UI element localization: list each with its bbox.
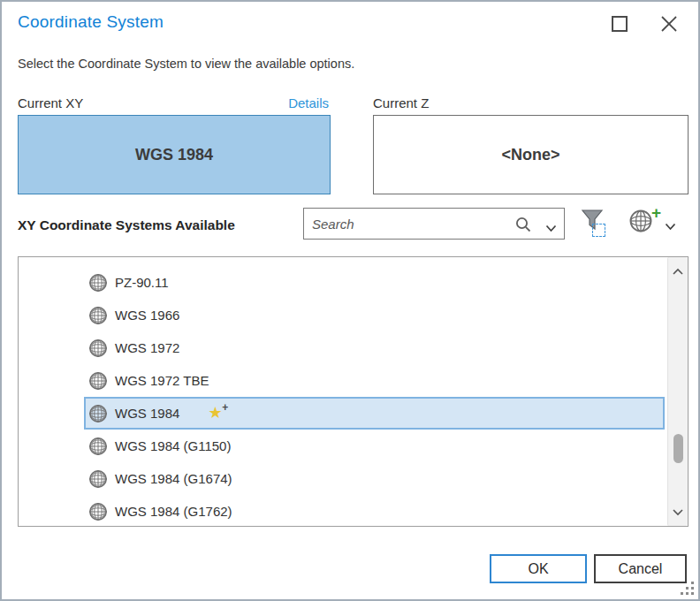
globe-icon: [88, 437, 108, 456]
dialog-title: Coordinate System: [18, 12, 164, 32]
chevron-down-icon[interactable]: [545, 220, 557, 236]
list-item[interactable]: WGS 1984 (G1150): [84, 430, 665, 462]
current-z-value-box: <None>: [373, 115, 689, 194]
current-z-value: <None>: [501, 146, 559, 164]
plus-icon: +: [651, 204, 661, 221]
search-icon: [514, 216, 532, 237]
ok-button[interactable]: OK: [490, 554, 587, 583]
globe-icon: [88, 273, 108, 293]
globe-icon: [88, 404, 108, 423]
coordinate-system-dialog: Coordinate System Select the Coordinate …: [0, 0, 700, 601]
vertical-scrollbar[interactable]: [667, 257, 688, 526]
globe-icon: [88, 502, 108, 521]
maximize-icon[interactable]: [612, 16, 628, 32]
current-xy-value-box: WGS 1984: [18, 115, 331, 194]
add-coordinate-system-button[interactable]: +: [628, 208, 659, 240]
add-coordinate-system-globe-icon: [628, 222, 654, 237]
details-link[interactable]: Details: [283, 95, 329, 110]
favorite-star-icon: [208, 404, 227, 423]
scroll-down-icon[interactable]: [672, 504, 684, 520]
close-icon[interactable]: [659, 14, 679, 34]
globe-icon: [88, 306, 108, 325]
cancel-button[interactable]: Cancel: [594, 554, 687, 583]
list-item[interactable]: WGS 1972: [84, 331, 665, 364]
list-item-label: WGS 1984 (G1762): [115, 504, 232, 519]
scroll-up-icon[interactable]: [672, 263, 684, 279]
dialog-instruction: Select the Coordinate System to view the…: [18, 57, 354, 71]
resize-grip[interactable]: [677, 578, 695, 596]
filter-selection-box-icon: [592, 224, 605, 237]
globe-icon: [88, 371, 108, 391]
list-item-label: PZ-90.11: [115, 275, 169, 290]
list-item-label: WGS 1984 (G1150): [115, 438, 231, 453]
list-item[interactable]: WGS 1984 (G1762): [84, 495, 665, 527]
globe-icon: [88, 339, 108, 358]
coordinate-list: PZ-90.11 WGS 1966: [18, 256, 689, 527]
globe-icon: [88, 469, 108, 489]
current-xy-label: Current XY: [18, 95, 83, 110]
list-item-label: WGS 1966: [115, 308, 179, 323]
list-item[interactable]: WGS 1966: [84, 299, 665, 331]
current-xy-value: WGS 1984: [135, 146, 213, 164]
list-item-label: WGS 1972 TBE: [115, 373, 209, 388]
list-item[interactable]: PZ-90.11: [84, 266, 665, 299]
scrollbar-thumb[interactable]: [673, 434, 683, 463]
list-item[interactable]: WGS 1972 TBE: [84, 364, 665, 397]
chevron-down-icon[interactable]: [665, 218, 676, 234]
xy-systems-available-label: XY Coordinate Systems Available: [18, 217, 235, 233]
list-item[interactable]: WGS 1984: [84, 397, 665, 430]
current-z-label: Current Z: [373, 95, 429, 110]
spatial-filter-button[interactable]: [579, 208, 611, 241]
search-box: [303, 208, 565, 240]
list-item[interactable]: WGS 1984 (G1674): [84, 462, 665, 495]
list-item-label: WGS 1972: [115, 340, 179, 355]
list-item-label: WGS 1984: [115, 406, 179, 421]
coordinate-list-rows: PZ-90.11 WGS 1966: [19, 266, 666, 527]
list-item-label: WGS 1984 (G1674): [115, 471, 232, 486]
